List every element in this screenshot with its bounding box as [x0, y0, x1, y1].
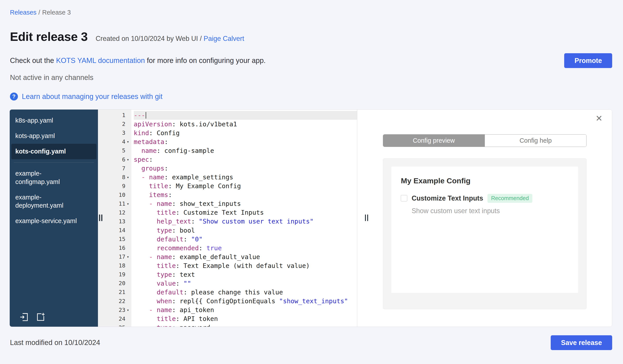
line-number: 21 [119, 289, 125, 295]
code-line[interactable]: help_text: "Show custom user text inputs… [134, 217, 357, 226]
line-number: 8 [122, 174, 125, 181]
line-number: 14 [119, 227, 125, 233]
help-question-icon: ? [10, 93, 18, 101]
gutter-line: 1▾ [98, 111, 131, 120]
code-line[interactable]: apiVersion: kots.io/v1beta1 [134, 120, 357, 129]
line-number: 4 [122, 139, 125, 145]
created-text: Created on 10/10/2024 by Web UI / [96, 35, 202, 42]
code-line[interactable]: - name: example_default_value [134, 252, 357, 261]
file-tree-item[interactable]: k8s-app.yaml [10, 113, 79, 128]
file-tree-item[interactable]: example-deployment.yaml [10, 189, 79, 213]
line-number: 18 [119, 263, 125, 269]
gutter-line: 5▾ [98, 146, 131, 155]
docs-line: Check out the KOTS YAML documentation fo… [10, 57, 266, 65]
gutter-line: 19▾ [98, 270, 131, 279]
code-line[interactable]: spec: [134, 155, 357, 164]
code-line[interactable]: title: Customize Text Inputs [134, 208, 357, 217]
line-number: 3 [122, 130, 125, 136]
file-tree-item[interactable]: kots-app.yaml [10, 128, 79, 144]
file-tree-item[interactable]: example-configmap.yaml [10, 166, 79, 190]
promote-button[interactable]: Promote [564, 53, 612, 68]
sidebar-resize-handle[interactable] [99, 214, 102, 221]
gutter-line: 20▾ [98, 279, 131, 288]
fold-toggle-icon[interactable]: ▾ [125, 157, 131, 162]
code-line[interactable]: groups: [134, 164, 357, 173]
gutter-line: 16▾ [98, 244, 131, 252]
code-line[interactable]: when: repl{{ ConfigOptionEquals "show_te… [134, 297, 357, 305]
code-line[interactable]: value: "" [134, 279, 357, 288]
file-tree-divider [14, 162, 94, 162]
breadcrumb-releases-link[interactable]: Releases [10, 9, 37, 16]
code-line[interactable]: type: password [134, 323, 357, 327]
gutter-line: 21▾ [98, 288, 131, 297]
new-file-icon[interactable] [36, 312, 45, 322]
code-line[interactable]: default: please change this value [134, 288, 357, 297]
code-line[interactable]: - name: api_token [134, 305, 357, 314]
recommended-badge: Recommended [488, 194, 532, 203]
code-line[interactable]: default: "0" [134, 235, 357, 244]
line-number: 19 [119, 271, 125, 278]
code-line[interactable]: name: config-sample [134, 146, 357, 155]
yaml-editor[interactable]: 1▾2▾3▾4▾5▾6▾7▾8▾9▾10▾11▾12▾13▾14▾15▾16▾1… [98, 110, 357, 327]
line-number: 9 [122, 183, 125, 189]
gutter-line: 24▾ [98, 314, 131, 323]
fold-toggle-icon[interactable]: ▾ [125, 139, 131, 144]
gutter-line: 25▾ [98, 323, 131, 327]
code-line[interactable]: title: My Example Config [134, 182, 357, 190]
line-number: 17 [119, 254, 125, 260]
line-number: 24 [119, 316, 125, 322]
docs-row: Check out the KOTS YAML documentation fo… [10, 53, 612, 68]
close-icon[interactable]: ✕ [596, 114, 603, 123]
gutter-line: 17▾ [98, 252, 131, 261]
code-line[interactable]: --- [134, 111, 357, 120]
tab-config-preview[interactable]: Config preview [383, 135, 485, 147]
gutter-line: 22▾ [98, 297, 131, 305]
line-number: 2 [122, 121, 125, 127]
kots-yaml-docs-link[interactable]: KOTS YAML documentation [56, 57, 145, 64]
fold-toggle-icon[interactable]: ▾ [125, 308, 131, 312]
editor-code[interactable]: ---apiVersion: kots.io/v1beta1kind: Conf… [131, 110, 357, 327]
line-number: 12 [119, 209, 125, 216]
config-preview-surface: My Example Config Customize Text Inputs … [383, 158, 587, 309]
code-line[interactable]: - name: example_settings [134, 173, 357, 182]
config-item-row: Customize Text Inputs Recommended [401, 194, 568, 203]
config-item-label: Customize Text Inputs [412, 194, 483, 202]
preview-resize-handle[interactable] [365, 214, 368, 221]
file-tree: k8s-app.yaml kots-app.yaml kots-config.y… [10, 110, 98, 327]
code-line[interactable]: type: text [134, 270, 357, 279]
config-checkbox[interactable] [401, 195, 407, 202]
code-line[interactable]: - name: show_text_inputs [134, 199, 357, 208]
code-line[interactable]: items: [134, 190, 357, 199]
code-line[interactable]: kind: Config [134, 129, 357, 137]
fold-toggle-icon[interactable]: ▾ [125, 254, 131, 259]
gutter-line: 4▾ [98, 137, 131, 146]
gutter-line: 12▾ [98, 208, 131, 217]
code-line[interactable]: title: Text Example (with default value) [134, 261, 357, 270]
gutter-line: 7▾ [98, 164, 131, 173]
breadcrumb-separator: / [39, 9, 40, 16]
gutter-line: 23▾ [98, 305, 131, 314]
line-number: 1 [122, 112, 125, 118]
git-releases-link[interactable]: Learn about managing your releases with … [22, 93, 162, 101]
save-release-button[interactable]: Save release [551, 335, 612, 350]
line-number: 7 [122, 165, 125, 172]
author-link[interactable]: Paige Calvert [204, 35, 244, 42]
gutter-line: 18▾ [98, 261, 131, 270]
breadcrumb: Releases/Release 3 [10, 9, 623, 16]
code-line[interactable]: type: bool [134, 226, 357, 235]
fold-toggle-icon[interactable]: ▾ [125, 175, 131, 180]
fold-toggle-icon[interactable]: ▾ [125, 202, 131, 206]
docs-prefix: Check out the [10, 57, 56, 64]
line-number: 25 [119, 324, 125, 327]
code-line[interactable]: title: API token [134, 314, 357, 323]
gutter-line: 11▾ [98, 199, 131, 208]
code-line[interactable]: recommended: true [134, 244, 357, 252]
text-cursor [146, 112, 146, 119]
file-tree-item[interactable]: example-service.yaml [10, 213, 79, 229]
upload-file-icon[interactable] [19, 312, 29, 322]
tab-config-help[interactable]: Config help [485, 135, 586, 147]
gutter-line: 9▾ [98, 182, 131, 190]
code-line[interactable]: metadata: [134, 137, 357, 146]
file-tree-item-selected[interactable]: kots-config.yaml [11, 144, 96, 159]
created-info: Created on 10/10/2024 by Web UI / Paige … [96, 35, 244, 42]
